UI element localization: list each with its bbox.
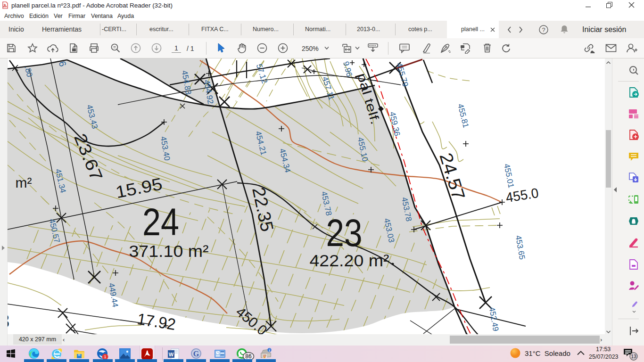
svg-text:23: 23 bbox=[326, 211, 363, 254]
svg-text:1: 1 bbox=[104, 354, 106, 359]
svg-text:m²: m² bbox=[16, 175, 32, 190]
svg-text:?: ? bbox=[542, 26, 545, 33]
svg-text:G: G bbox=[193, 350, 199, 358]
svg-text:24: 24 bbox=[142, 200, 179, 243]
svg-text:13: 13 bbox=[631, 354, 636, 359]
svg-text:371.10 m²: 371.10 m² bbox=[129, 242, 209, 260]
svg-text:W: W bbox=[169, 352, 174, 357]
svg-text:422.20 m²: 422.20 m² bbox=[310, 251, 389, 270]
svg-text:86: 86 bbox=[245, 353, 252, 360]
